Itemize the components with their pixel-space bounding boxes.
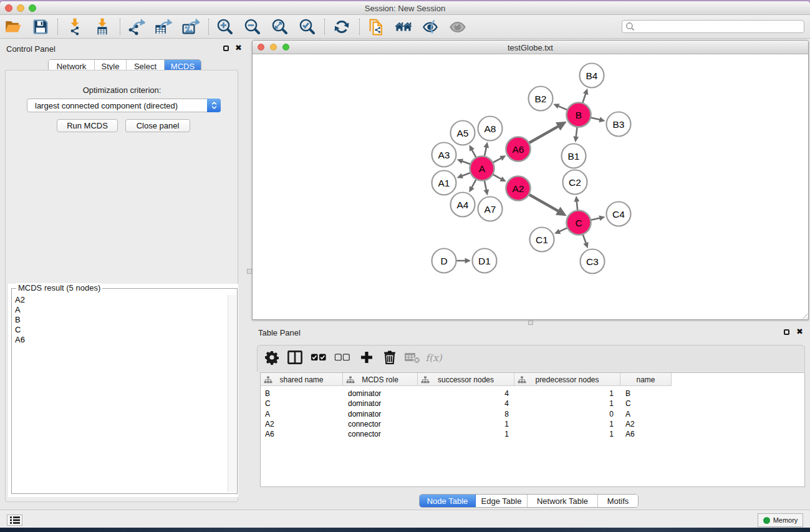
plus-button[interactable]: [357, 347, 377, 367]
check-all-icon: [310, 349, 327, 366]
table-row-C[interactable]: Cdominator41C: [261, 399, 804, 409]
table-tabs: Node TableEdge TableNetwork TableMotifs: [419, 494, 639, 508]
column-header-name[interactable]: name: [620, 373, 672, 386]
optimization-criterion-label: Optimization criterion:: [0, 85, 244, 95]
eye-slash-button[interactable]: [420, 17, 440, 37]
zoom-selected-button[interactable]: [297, 17, 317, 37]
cell-predecessor-nodes: 1: [514, 389, 614, 398]
zoom-in-icon: [216, 18, 234, 36]
export-network-icon: [128, 18, 145, 36]
column-header-successor-nodes[interactable]: successor nodes: [418, 373, 514, 386]
run-mcds-button[interactable]: Run MCDS: [57, 119, 118, 132]
mcds-result-item[interactable]: A: [12, 305, 236, 315]
status-bar: Memory: [0, 510, 810, 528]
mcds-result-item[interactable]: C: [12, 325, 236, 335]
status-menu-button[interactable]: [7, 515, 22, 526]
node-label-B4: B4: [586, 70, 598, 81]
columns-button[interactable]: [285, 347, 305, 367]
node-table[interactable]: shared nameMCDS rolesuccessor nodesprede…: [260, 372, 805, 487]
zoom-in-button[interactable]: [215, 17, 235, 37]
toolbar-separator: [57, 19, 58, 35]
tab-network-table[interactable]: Network Table: [528, 495, 598, 507]
memory-label: Memory: [773, 516, 798, 524]
mcds-result-item[interactable]: A6: [12, 335, 236, 345]
eye-icon: [449, 18, 466, 36]
app-titlebar: Session: New Session: [0, 1, 810, 15]
scrollbar-track[interactable]: [228, 295, 236, 492]
table-row-B[interactable]: Bdominator41B: [261, 389, 804, 399]
mcds-result-item[interactable]: B: [12, 315, 236, 325]
trash-button[interactable]: [380, 347, 400, 367]
node-label-A: A: [479, 163, 486, 174]
check-all-button[interactable]: [309, 347, 329, 367]
table-close-panel-icon[interactable]: ✖: [796, 327, 803, 336]
arrowhead-B-B4: [583, 89, 588, 95]
memory-status-icon: [763, 517, 770, 524]
control-panel-title: Control Panel: [6, 44, 55, 54]
criterion-dropdown[interactable]: largest connected component (directed): [27, 99, 221, 112]
node-label-A7: A7: [485, 204, 496, 215]
zoom-out-button[interactable]: [243, 17, 263, 37]
import-table-icon: [94, 18, 111, 36]
doc-share-button[interactable]: [366, 17, 386, 37]
close-panel-button[interactable]: Close panel: [125, 119, 190, 132]
arrowhead-A-A8: [483, 142, 489, 148]
arrowhead-B-B1: [573, 136, 579, 142]
node-label-D: D: [440, 256, 447, 266]
table-float-window-icon[interactable]: [784, 329, 789, 335]
resize-grip-icon[interactable]: [798, 309, 808, 319]
mcds-result-list[interactable]: A2ABCA6: [12, 295, 236, 493]
vertical-splitter-handle[interactable]: [247, 269, 252, 274]
mcds-result-box: MCDS result (5 nodes) A2ABCA6: [11, 288, 238, 494]
table-panel-header: Table Panel ✖: [252, 325, 810, 341]
column-header-shared-name[interactable]: shared name: [261, 373, 343, 386]
uncheck-all-button[interactable]: [332, 347, 352, 367]
app-title: Session: New Session: [0, 4, 810, 13]
tab-node-table[interactable]: Node Table: [420, 495, 476, 507]
houses-button[interactable]: [393, 17, 413, 37]
refresh-button[interactable]: [332, 17, 352, 37]
save-floppy-button[interactable]: [31, 17, 51, 37]
memory-button[interactable]: Memory: [758, 513, 803, 527]
close-panel-icon[interactable]: ✖: [235, 43, 242, 52]
cell-predecessor-nodes: 1: [514, 430, 614, 438]
gear-button[interactable]: [262, 347, 282, 367]
cell-successor-nodes: 1: [418, 420, 509, 428]
column-header-MCDS-role[interactable]: MCDS role: [343, 373, 418, 386]
save-floppy-icon: [32, 18, 49, 36]
node-label-A8: A8: [485, 123, 496, 134]
cell-name: B: [625, 389, 630, 398]
node-label-C1: C1: [536, 235, 548, 245]
import-table-button[interactable]: [92, 17, 112, 37]
export-table-button[interactable]: [153, 17, 173, 37]
node-label-A5: A5: [457, 128, 469, 138]
tab-motifs[interactable]: Motifs: [598, 495, 638, 507]
export-image-button[interactable]: [181, 17, 201, 37]
float-window-icon[interactable]: [223, 46, 229, 51]
toolbar-separator: [324, 19, 325, 35]
open-folder-button[interactable]: [3, 17, 23, 37]
export-network-button[interactable]: [127, 17, 147, 37]
app-window: Session: New Session Control Panel ✖ Net…: [0, 1, 810, 528]
cell-shared-name: A: [265, 410, 270, 418]
horizontal-splitter-handle[interactable]: [528, 321, 533, 325]
node-label-D1: D1: [478, 256, 491, 266]
cell-MCDS-role: connector: [348, 420, 381, 428]
table-row-A[interactable]: Adominator80A: [261, 409, 804, 419]
eye-button[interactable]: [448, 17, 468, 37]
houses-icon: [395, 18, 412, 36]
tab-edge-table[interactable]: Edge Table: [476, 495, 528, 507]
table-row-A2[interactable]: A2connector11A2: [261, 419, 804, 429]
network-graph-canvas[interactable]: AA1A2A3A4A5A6A7A8BB1B2B3B4CC1C2C3C4DD1: [253, 55, 808, 319]
column-header-predecessor-nodes[interactable]: predecessor nodes: [514, 373, 620, 386]
cell-name: A: [625, 410, 630, 418]
cell-name: A2: [625, 420, 635, 428]
mcds-result-item[interactable]: A2: [12, 295, 236, 305]
search-input[interactable]: [635, 21, 804, 32]
table-row-A6[interactable]: A6connector11A6: [261, 429, 804, 439]
import-network-button[interactable]: [65, 17, 85, 37]
cell-MCDS-role: connector: [348, 430, 381, 438]
search-box[interactable]: [622, 20, 804, 33]
zoom-fit-button[interactable]: [270, 17, 290, 37]
orgchart-icon: [264, 376, 272, 384]
